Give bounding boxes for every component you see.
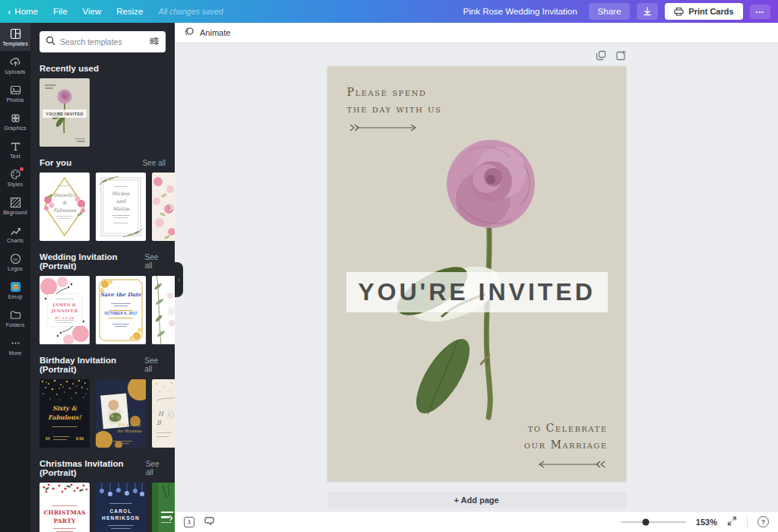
see-all-link[interactable]: See all [146, 460, 166, 477]
green-card-graphic [152, 483, 175, 532]
background-texture-icon [10, 197, 21, 208]
section-for-you: For you See all [40, 158, 166, 167]
printer-icon [674, 7, 684, 16]
search-icon [46, 35, 55, 49]
section-christmas: Christmas Invitation (Portrait) See all [40, 459, 166, 477]
panel-collapse-button[interactable]: ‹ [175, 262, 183, 297]
rail-label: Folders [6, 322, 25, 328]
menu-file[interactable]: File [53, 7, 68, 16]
sidebar-item-background[interactable]: Bkground [0, 192, 30, 220]
fullscreen-icon[interactable] [727, 515, 737, 529]
rail-label: Charts [7, 238, 24, 243]
arrow-right-ornament-icon[interactable] [349, 122, 421, 135]
see-all-link[interactable]: See all [144, 356, 166, 373]
template-thumb-carol-henrikson[interactable]: CAROL HENRIKSON [96, 483, 146, 532]
search-input[interactable] [60, 37, 144, 46]
invitation-bottom-text[interactable]: to Celebrate our Marriage [524, 420, 608, 453]
mini-title: CAROL HENRIKSON [96, 508, 146, 522]
rail-label: More [9, 350, 22, 356]
sidebar-item-emoji[interactable]: Emoji [0, 276, 30, 304]
arrow-left-ornament-icon[interactable] [534, 458, 606, 472]
sidebar-item-styles[interactable]: Styles [0, 163, 30, 192]
svg-text:H: H [158, 410, 164, 417]
template-thumb-save-the-date[interactable]: Save the Date OCTOBER 6, 2017 [96, 276, 146, 344]
rail-label: Templates [2, 41, 28, 46]
duplicate-page-icon[interactable] [596, 50, 606, 62]
animate-button[interactable]: Animate [200, 28, 230, 37]
autosave-status: All changes saved [158, 7, 223, 16]
mini-names: Mickey and Mattie [96, 191, 146, 213]
sidebar-item-folders[interactable]: Folders [0, 304, 30, 332]
invitation-top-text[interactable]: Please spend the day with us [347, 84, 442, 117]
carousel-next-button[interactable]: › [169, 201, 173, 214]
template-thumb-james-jennifer[interactable]: JAMES & JENNIFER 07.13.20 [40, 276, 90, 344]
add-page-icon[interactable] [615, 50, 626, 62]
mini-script-title: Save the Date [96, 291, 146, 299]
template-thumb-mickey[interactable]: Mickey and Mattie [96, 173, 146, 241]
rail-label: Photos [7, 97, 24, 103]
top-bar: ‹ Home File View Resize All changes save… [0, 0, 778, 23]
section-title: Recently used [40, 64, 99, 73]
add-page-button[interactable]: + Add page [327, 492, 626, 508]
carousel-next-button[interactable]: › [169, 304, 173, 317]
sidebar-item-graphics[interactable]: Graphics [0, 107, 30, 135]
template-thumb-pink-rose[interactable]: YOU'RE INVITED [40, 78, 90, 147]
rail-label: Logos [8, 266, 23, 271]
design-page[interactable]: Please spend the day with us YOU'RE INVI… [327, 66, 626, 481]
more-dots-icon: ••• [756, 8, 764, 15]
home-button[interactable]: ‹ Home [8, 7, 38, 17]
document-title[interactable]: Pink Rose Wedding Invitation [463, 7, 577, 16]
logos-icon: co. [10, 253, 21, 264]
template-thumb-brianna[interactable]: It's a Party for Brianna [96, 379, 146, 448]
filter-sliders-icon[interactable] [149, 35, 160, 49]
mini-day-number: 04 [46, 436, 50, 441]
see-all-link[interactable]: See all [145, 253, 166, 270]
mini-headline: YOU'RE INVITED [43, 109, 87, 118]
rail-label: Styles [8, 182, 23, 187]
zoom-level[interactable]: 153% [696, 518, 717, 527]
rail-label: Uploads [5, 69, 25, 74]
carousel-next-button[interactable]: › [169, 407, 173, 420]
print-cards-button[interactable]: Print Cards [665, 3, 742, 20]
search-box[interactable] [40, 31, 166, 52]
sidebar-item-templates[interactable]: Templates [0, 23, 30, 51]
download-icon [643, 7, 652, 16]
menu-view[interactable]: View [83, 7, 102, 16]
invitation-headline[interactable]: YOU'RE INVITED [346, 272, 608, 312]
section-recently-used: Recently used [40, 64, 166, 73]
templates-icon [10, 28, 21, 40]
gold-circles-photo-graphic [96, 379, 146, 448]
for-you-row: Benedict & Fabienne [30, 173, 175, 241]
rail-label: Text [10, 154, 21, 159]
carousel-next-button[interactable]: › [169, 511, 173, 524]
download-button[interactable] [637, 3, 658, 20]
menu-resize[interactable]: Resize [116, 7, 143, 16]
notes-icon[interactable] [204, 515, 215, 529]
page-manager-button[interactable]: 1 [184, 517, 194, 527]
divider [747, 516, 748, 528]
sidebar-item-charts[interactable]: Charts [0, 220, 30, 248]
section-title: Birthday Invitation (Portrait) [40, 356, 144, 374]
more-options-button[interactable]: ••• [750, 5, 770, 19]
help-button[interactable]: ? [757, 516, 769, 527]
zoom-slider[interactable] [621, 521, 686, 523]
sidebar-item-photos[interactable]: Photos [0, 79, 30, 107]
see-all-link[interactable]: See all [142, 159, 166, 167]
mini-script-title: Sixty & Fabulous! [40, 404, 90, 422]
back-chevron-icon: ‹ [8, 7, 11, 17]
template-thumb-christmas-party[interactable]: CHRISTMAS PARTY [40, 483, 90, 532]
sidebar-item-uploads[interactable]: Uploads [0, 51, 30, 79]
template-thumb-partial-green[interactable] [152, 483, 175, 532]
wedding-row: JAMES & JENNIFER 07.13.20 Save th [30, 276, 175, 344]
zoom-slider-handle[interactable] [642, 518, 649, 525]
canvas-area[interactable]: Please spend the day with us YOU'RE INVI… [175, 43, 778, 511]
sidebar-item-logos[interactable]: co. Logos [0, 248, 30, 276]
sidebar-item-more[interactable]: More [0, 332, 30, 360]
sidebar-item-text[interactable]: Text [0, 135, 30, 163]
mini-script-title: It's a Party for Brianna [114, 422, 144, 435]
template-thumb-sixty-fabulous[interactable]: Sixty & Fabulous! 04 8:00 [40, 379, 90, 448]
template-thumb-benedict[interactable]: Benedict & Fabienne [40, 173, 90, 241]
text-icon [10, 141, 21, 152]
section-title: Christmas Invitation (Portrait) [40, 459, 146, 477]
share-button[interactable]: Share [589, 3, 631, 20]
